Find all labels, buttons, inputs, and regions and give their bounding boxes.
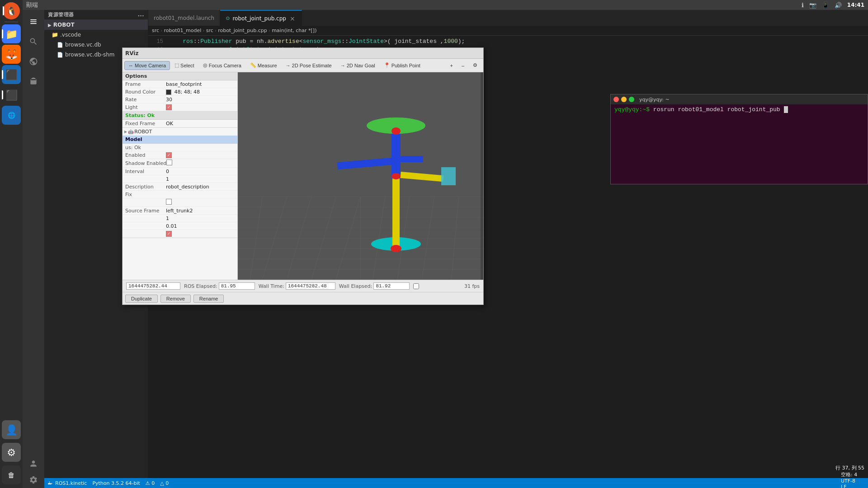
activity-icon-user[interactable] <box>25 455 42 472</box>
rviz-title: RViz <box>125 50 138 56</box>
enabled-checkbox[interactable]: ✓ <box>166 152 172 158</box>
tree-robot-arrow: ▶ <box>124 130 127 134</box>
svg-point-30 <box>392 173 401 179</box>
dock-separator <box>5 22 18 22</box>
config-label-fix: Fix <box>125 192 166 197</box>
status-errors[interactable]: ⚠ 0 <box>146 480 155 486</box>
focus-camera-icon: ◎ <box>203 62 208 68</box>
terminal-body[interactable]: yqy@yqy:~$ rosrun robot01_model robot_jo… <box>611 104 868 184</box>
config-row-shadow: Shadow Enabled <box>123 159 237 168</box>
rviz-3d-viewport[interactable] <box>238 72 483 280</box>
dock-icon-settings[interactable]: 👤 <box>2 420 21 439</box>
select-label: Select <box>180 63 194 68</box>
config-label-interval: Interval <box>125 169 166 174</box>
config-value-shadow <box>166 160 172 167</box>
config-label-source-frame: Source Frame <box>125 208 166 214</box>
config-section-model: Model us: Ok Enabled ✓ Shadow Enabled <box>123 136 237 238</box>
terminal-title: yqy@yqy: ~ <box>639 97 670 103</box>
tab-cpp-close[interactable]: × <box>289 15 296 22</box>
config-label-shadow: Shadow Enabled <box>125 160 166 166</box>
status-warnings[interactable]: △ 0 <box>160 480 169 486</box>
terminal-maximize-button[interactable] <box>629 97 634 102</box>
terminal-cursor <box>784 106 788 113</box>
breadcrumb-sep-1: › <box>160 28 162 33</box>
shadow-checkbox[interactable] <box>166 160 172 165</box>
ros-elapsed-label: ROS Elapsed: <box>184 283 217 289</box>
wall-time-input[interactable] <box>286 282 335 290</box>
tool-focus-camera[interactable]: ◎ Focus Camera <box>199 61 245 70</box>
bottom-checkbox[interactable]: ✓ <box>166 231 172 237</box>
viewport-resize-handle[interactable] <box>481 72 483 280</box>
tree-item-robot[interactable]: ▶ ROBOT <box>44 20 148 30</box>
activity-icon-explorer[interactable] <box>25 14 42 30</box>
tool-publish-point[interactable]: 📍 Publish Point <box>380 61 425 70</box>
status-line-col[interactable]: 行 37, 列 55 <box>835 465 864 471</box>
publish-point-icon: 📍 <box>384 62 390 68</box>
config-value-cb-red: ✓ <box>166 230 172 237</box>
tool-measure[interactable]: 📏 Measure <box>246 61 281 70</box>
dock-bottom-spacer: 👤 ⚙ 🗑 <box>2 420 21 488</box>
config-row-rate: Rate 30 <box>123 96 237 103</box>
field-time <box>126 282 180 290</box>
terminal-titlebar: yqy@yqy: ~ <box>611 94 868 104</box>
activity-icon-search[interactable] <box>25 33 42 50</box>
ros-elapsed-input[interactable] <box>219 282 255 290</box>
status-python[interactable]: Python 3.5.2 64-bit <box>92 480 140 486</box>
status-branch[interactable]: ROS1.kinetic <box>48 480 87 486</box>
bg-color-swatch[interactable] <box>166 89 171 95</box>
status-encoding[interactable]: UTF-8 <box>841 478 864 484</box>
topbar-app-name: 顯端 <box>26 1 38 9</box>
remove-button[interactable]: Remove <box>160 295 191 303</box>
empty1-checkbox[interactable] <box>166 199 172 205</box>
dock-icon-browser[interactable]: 🌐 <box>2 106 21 125</box>
tool-settings[interactable]: ⚙ <box>469 61 481 70</box>
fps-display: 31 fps <box>464 283 480 289</box>
dock-icon-vscode[interactable]: ⬛ <box>2 65 21 84</box>
config-label-frame: Frame <box>125 81 166 87</box>
duplicate-button[interactable]: Duplicate <box>125 295 158 303</box>
config-value-rate: 30 <box>166 97 172 103</box>
explorer-actions[interactable]: ... <box>138 12 144 18</box>
tool-2d-nav[interactable]: → 2D Nav Goal <box>336 61 379 70</box>
activity-icon-git[interactable] <box>25 53 42 70</box>
svg-rect-21 <box>392 176 400 246</box>
screen: 🐧 📁 🦊 ⬛ ⬛ 🌐 👤 ⚙ 🗑 顯端 ℹ 📷 📱 🔊 14:41 <box>0 0 868 488</box>
wall-elapsed-input[interactable] <box>373 282 410 290</box>
experimental-checkbox[interactable] <box>413 283 419 289</box>
breadcrumb-src2: src <box>206 28 213 33</box>
time-input[interactable] <box>126 282 180 290</box>
tab-cpp[interactable]: ⊙ robot_joint_pub.cpp × <box>220 10 302 26</box>
activity-icon-settings[interactable] <box>25 472 42 488</box>
config-value-val1: 1 <box>166 216 169 221</box>
tab-launch[interactable]: robot01_model.launch <box>148 10 220 26</box>
config-row-interval: Interval 0 <box>123 168 237 175</box>
tool-select[interactable]: ⬚ Select <box>170 61 198 70</box>
tool-add[interactable]: + <box>446 61 457 70</box>
dock-icon-files[interactable]: 📁 <box>2 24 21 43</box>
light-checkbox[interactable]: ✓ <box>166 104 172 110</box>
topbar-phone-icon: 📱 <box>822 2 829 9</box>
dock-icon-ubuntu[interactable]: 🐧 <box>3 2 20 19</box>
breadcrumb-sep-3: › <box>215 28 217 33</box>
dock-icon-firefox[interactable]: 🦊 <box>2 45 21 64</box>
terminal-cmd-text: rosrun robot01_model robot_joint_pub <box>653 106 780 113</box>
tree-robot[interactable]: ▶ 🤖 ROBOT <box>123 128 237 136</box>
status-line-ending[interactable]: LF <box>841 484 864 488</box>
tool-remove-tf[interactable]: – <box>458 61 468 70</box>
tool-move-camera[interactable]: ↔ Move Camera <box>124 61 170 70</box>
dock-icon-trash[interactable]: ⚙ <box>2 443 21 462</box>
config-value-val2: 0.01 <box>166 223 177 229</box>
config-row-interval2: 1 <box>123 175 237 183</box>
activity-icon-debug[interactable] <box>25 73 42 89</box>
config-row-empty1 <box>123 198 237 207</box>
rename-button[interactable]: Rename <box>193 295 224 303</box>
dock-icon-terminal[interactable]: ⬛ <box>2 85 21 104</box>
terminal-close-button[interactable] <box>613 97 619 102</box>
status-spaces[interactable]: 空格: 4 <box>841 471 864 478</box>
config-status-header: Status: Ok <box>123 112 237 120</box>
dock-icon-apps[interactable]: 🗑 <box>2 465 21 484</box>
tree-item-vscode[interactable]: 📁 .vscode <box>44 30 148 40</box>
breadcrumb-sep-4: › <box>269 28 270 33</box>
tool-2d-pose[interactable]: → 2D Pose Estimate <box>282 61 336 70</box>
terminal-minimize-button[interactable] <box>621 97 627 102</box>
